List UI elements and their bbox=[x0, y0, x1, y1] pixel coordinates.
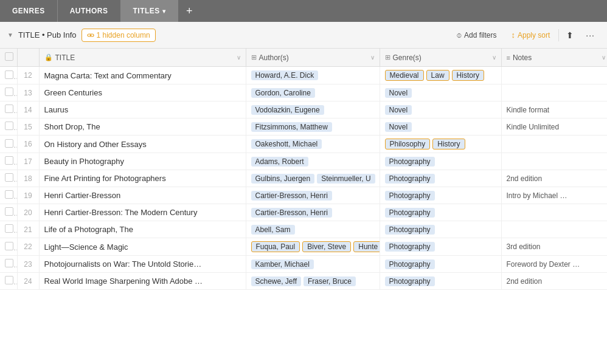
share-button[interactable]: ⬆ bbox=[561, 27, 578, 43]
row-checkbox[interactable] bbox=[5, 139, 13, 148]
apply-sort-button[interactable]: ↕ Apply sort bbox=[505, 27, 556, 43]
table-row: 13Green CenturiesGordon, CarolineNovel bbox=[0, 84, 607, 101]
row-authors: Cartier-Bresson, Henri bbox=[246, 204, 380, 221]
col-authors-header[interactable]: ⊞ Author(s) ∨ bbox=[246, 49, 380, 67]
table-row: 20Henri Cartier-Bresson: The Modern Cent… bbox=[0, 204, 607, 221]
author-tag: Schewe, Jeff bbox=[251, 276, 301, 286]
more-options-button[interactable]: ··· bbox=[581, 27, 600, 43]
author-tag: Gulbins, Juergen bbox=[251, 174, 315, 184]
toolbar: ▼ TITLE • Pub Info 1 hidden column ⌽ Add… bbox=[0, 22, 607, 49]
table-row: 16On History and Other EssaysOakeshott, … bbox=[0, 136, 607, 153]
author-tag: Vodolazkin, Eugene bbox=[251, 105, 324, 115]
row-checkbox[interactable] bbox=[5, 156, 13, 165]
row-number: 13 bbox=[17, 84, 39, 101]
row-number: 18 bbox=[17, 170, 39, 187]
row-checkbox[interactable] bbox=[5, 259, 13, 267]
row-notes: 2nd edition bbox=[501, 273, 607, 290]
genre-tag: Novel bbox=[385, 105, 412, 115]
toolbar-divider bbox=[558, 29, 559, 41]
author-tag: Hunte bbox=[353, 241, 380, 252]
col-title-header[interactable]: 🔒 TITLE ∨ bbox=[39, 49, 246, 67]
row-checkbox[interactable] bbox=[5, 276, 13, 284]
row-checkbox-cell bbox=[0, 187, 17, 204]
row-number: 19 bbox=[17, 187, 39, 204]
row-checkbox[interactable] bbox=[5, 207, 13, 216]
row-checkbox-cell bbox=[0, 170, 17, 187]
row-genres: Photography bbox=[380, 256, 501, 273]
row-genres: Photography bbox=[380, 238, 501, 256]
author-tag: Cartier-Bresson, Henri bbox=[251, 191, 332, 201]
breadcrumb-chevron[interactable]: ▼ bbox=[7, 32, 13, 38]
row-title: Light—Science & Magic bbox=[39, 238, 246, 256]
row-checkbox-cell bbox=[0, 256, 17, 273]
notes-sort-icon: ∨ bbox=[602, 54, 606, 61]
row-genres: Novel bbox=[380, 84, 501, 101]
row-number: 20 bbox=[17, 204, 39, 221]
row-checkbox[interactable] bbox=[5, 224, 13, 233]
author-tag: Steinmueller, U bbox=[317, 174, 375, 184]
row-number: 15 bbox=[17, 118, 39, 136]
author-tag: Adams, Robert bbox=[251, 157, 308, 167]
notes-list-icon: ≡ bbox=[507, 54, 510, 61]
row-genres: Photography bbox=[380, 221, 501, 238]
row-checkbox-cell bbox=[0, 67, 17, 84]
row-authors: Howard, A.E. Dick bbox=[246, 67, 380, 84]
row-checkbox[interactable] bbox=[5, 173, 13, 182]
hidden-column-badge[interactable]: 1 hidden column bbox=[82, 29, 156, 42]
row-authors: Fuqua, PaulBiver, SteveHunte bbox=[246, 238, 380, 256]
author-tag: Fuqua, Paul bbox=[251, 241, 300, 252]
col-genres-header[interactable]: ⊞ Genre(s) ∨ bbox=[380, 49, 501, 67]
toolbar-left: ▼ TITLE • Pub Info 1 hidden column bbox=[7, 29, 446, 42]
tab-genres[interactable]: GENRES bbox=[0, 0, 58, 22]
row-number: 17 bbox=[17, 153, 39, 170]
genre-tag: Novel bbox=[385, 122, 412, 132]
row-genres: Photography bbox=[380, 170, 501, 187]
genres-db-icon: ⊞ bbox=[385, 53, 390, 61]
row-checkbox[interactable] bbox=[5, 105, 13, 113]
genre-tag: Photography bbox=[385, 276, 435, 286]
row-title: Henri Cartier-Bresson bbox=[39, 187, 246, 204]
genre-tag: Photography bbox=[385, 225, 435, 235]
header-checkbox[interactable] bbox=[5, 52, 13, 61]
genre-tag: Photography bbox=[385, 208, 435, 218]
row-checkbox[interactable] bbox=[5, 70, 13, 79]
row-checkbox[interactable] bbox=[5, 242, 13, 250]
genre-tag: Photography bbox=[385, 174, 435, 184]
row-checkbox-cell bbox=[0, 101, 17, 118]
authors-sort-icon: ∨ bbox=[370, 54, 375, 61]
row-checkbox[interactable] bbox=[5, 88, 13, 96]
col-notes-header[interactable]: ≡ Notes ∨ bbox=[501, 49, 607, 67]
row-title: Life of a Photograph, The bbox=[39, 221, 246, 238]
author-tag: Oakeshott, Michael bbox=[251, 139, 322, 149]
row-notes bbox=[501, 67, 607, 84]
row-title: Fine Art Printing for Photographers bbox=[39, 170, 246, 187]
row-title: Real World Image Sharpening With Adobe … bbox=[39, 273, 246, 290]
row-checkbox[interactable] bbox=[5, 122, 13, 130]
tab-titles[interactable]: TITLES ▾ bbox=[121, 0, 179, 22]
row-authors: Adams, Robert bbox=[246, 153, 380, 170]
authors-db-icon: ⊞ bbox=[251, 53, 257, 61]
row-notes bbox=[501, 221, 607, 238]
row-notes: Kindle format bbox=[501, 101, 607, 118]
row-notes bbox=[501, 153, 607, 170]
row-checkbox-cell bbox=[0, 273, 17, 290]
row-checkbox-cell bbox=[0, 221, 17, 238]
tab-authors[interactable]: AUTHORS bbox=[58, 0, 121, 22]
row-checkbox-cell bbox=[0, 136, 17, 153]
add-filters-button[interactable]: ⌽ Add filters bbox=[451, 27, 502, 43]
table-row: 15Short Drop, TheFitzsimmons, MatthewNov… bbox=[0, 118, 607, 136]
row-title: Green Centuries bbox=[39, 84, 246, 101]
row-title: Henri Cartier-Bresson: The Modern Centur… bbox=[39, 204, 246, 221]
table-body: 12Magna Carta: Text and CommentaryHoward… bbox=[0, 67, 607, 290]
row-checkbox[interactable] bbox=[5, 190, 13, 199]
row-notes: 3rd edition bbox=[501, 238, 607, 256]
add-tab-button[interactable]: + bbox=[178, 0, 200, 22]
row-authors: Kamber, Michael bbox=[246, 256, 380, 273]
col-rownum bbox=[17, 49, 39, 67]
table-row: 17Beauty in PhotographyAdams, RobertPhot… bbox=[0, 153, 607, 170]
row-title: Beauty in Photography bbox=[39, 153, 246, 170]
row-authors: Cartier-Bresson, Henri bbox=[246, 187, 380, 204]
row-genres: PhilosophyHistory bbox=[380, 136, 501, 153]
row-number: 22 bbox=[17, 238, 39, 256]
svg-point-1 bbox=[89, 34, 91, 36]
